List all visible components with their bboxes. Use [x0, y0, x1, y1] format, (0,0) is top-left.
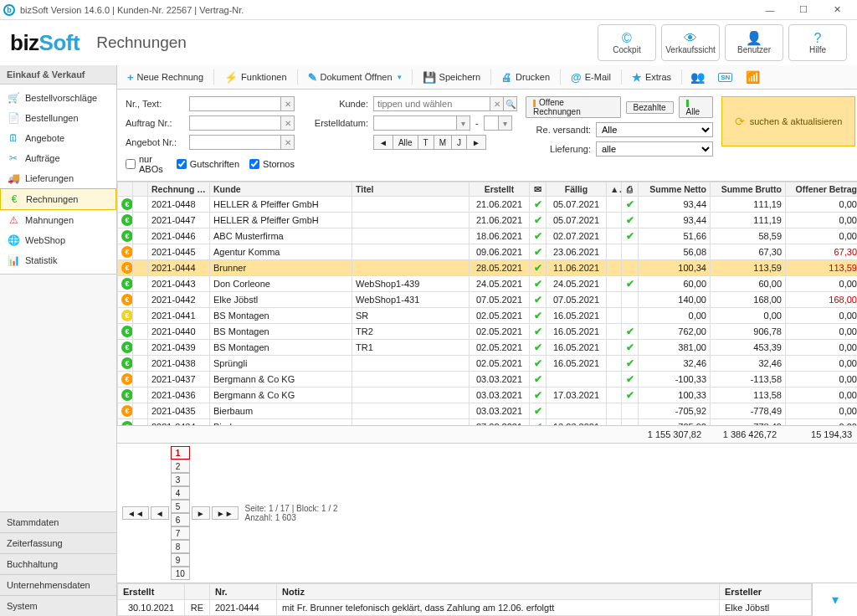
col-header[interactable]: ▲	[607, 182, 622, 197]
table-row[interactable]: €2021-0439BS MontagenTR102.05.2021✔16.05…	[118, 340, 858, 356]
date-range-T[interactable]: T	[418, 135, 434, 150]
note-col[interactable]: Ersteller	[720, 584, 812, 600]
table-row[interactable]: €2021-0445Agentur Komma09.06.2021✔23.06.…	[118, 244, 858, 260]
page-5[interactable]: 5	[171, 500, 190, 513]
storno-checkbox[interactable]	[249, 159, 259, 169]
email-button[interactable]: @E-Mail	[564, 68, 618, 87]
clear-auftrag-button[interactable]: ✕	[281, 116, 295, 131]
stats-icon[interactable]: 📶	[741, 67, 765, 87]
date-range-Alle[interactable]: Alle	[393, 135, 418, 150]
sidebar-bottom-stammdaten[interactable]: Stammdaten	[0, 511, 116, 532]
date-range-◄[interactable]: ◄	[373, 135, 393, 150]
alle-pill[interactable]: Alle	[679, 96, 714, 118]
page-4[interactable]: 4	[171, 486, 190, 500]
erstelldatum-to-input[interactable]	[484, 116, 499, 131]
header-benutzer-button[interactable]: 👤Benutzer	[725, 24, 783, 61]
sidebar-item-rechnungen[interactable]: €Rechnungen	[0, 188, 116, 210]
clear-angebot-button[interactable]: ✕	[281, 135, 295, 150]
page-9[interactable]: 9	[171, 553, 190, 567]
table-row[interactable]: €2021-0446ABC Musterfirma18.06.2021✔02.0…	[118, 228, 858, 244]
table-row[interactable]: €2021-0441BS MontagenSR02.05.2021✔16.05.…	[118, 308, 858, 324]
pager-prev[interactable]: ◄	[151, 506, 169, 520]
kunde-search-button[interactable]: 🔍	[504, 96, 517, 111]
clear-kunde-button[interactable]: ✕	[490, 96, 504, 111]
sidebar-item-aufträge[interactable]: ✂Aufträge	[0, 148, 116, 168]
extras-button[interactable]: ★Extras	[625, 68, 678, 87]
note-row[interactable]: 30.10.2021 RE 2021-0444 mit Fr. Brunner …	[118, 600, 812, 616]
sidebar-section-title[interactable]: Einkauf & Verkauf	[0, 65, 116, 85]
col-header[interactable]: Fällig	[547, 182, 607, 197]
col-header[interactable]: Summe Netto	[639, 182, 711, 197]
table-row[interactable]: €2021-0447HELLER & Pfeiffer GmbH21.06.20…	[118, 213, 858, 228]
lieferung-select[interactable]: alle	[596, 141, 713, 157]
col-header[interactable]: Offener Betrag	[786, 182, 858, 197]
kunde-input[interactable]	[373, 96, 490, 111]
date-to-dd[interactable]: ▾	[499, 116, 512, 131]
minimize-button[interactable]: —	[753, 1, 787, 19]
sidebar-item-webshop[interactable]: 🌐WebShop	[0, 230, 116, 250]
gutschrift-checkbox[interactable]	[177, 159, 187, 169]
bezahlte-pill[interactable]: Bezahlte	[626, 101, 674, 114]
clear-nr-button[interactable]: ✕	[281, 96, 295, 111]
sidebar-bottom-system[interactable]: System	[0, 595, 116, 616]
sidebar-item-statistik[interactable]: 📊Statistik	[0, 250, 116, 270]
page-6[interactable]: 6	[171, 513, 190, 526]
angebot-input[interactable]	[189, 135, 281, 150]
people-icon[interactable]: 👥	[685, 67, 710, 87]
page-1[interactable]: 1	[171, 446, 190, 459]
col-header[interactable]	[133, 182, 148, 197]
table-row[interactable]: €2021-0438Sprüngli02.05.2021✔16.05.2021✔…	[118, 356, 858, 372]
page-10[interactable]: 10	[171, 567, 190, 580]
pager-last[interactable]: ►►	[212, 506, 239, 520]
pager-next[interactable]: ►	[192, 506, 210, 520]
table-row[interactable]: €2021-0444Brunner28.05.2021✔11.06.202110…	[118, 260, 858, 276]
invoices-grid[interactable]: Rechnung Nr.KundeTitelErstellt✉Fällig▲⎙S…	[117, 182, 857, 425]
sidebar-bottom-unternehmensdaten[interactable]: Unternehmensdaten	[0, 574, 116, 595]
sidebar-item-lieferungen[interactable]: 🚚Lieferungen	[0, 168, 116, 188]
col-header[interactable]: Summe Brutto	[711, 182, 786, 197]
table-row[interactable]: €2021-0440BS MontagenTR202.05.2021✔16.05…	[118, 324, 858, 340]
table-row[interactable]: €2021-0448HELLER & Pfeiffer GmbH21.06.20…	[118, 197, 858, 213]
search-button[interactable]: ⟳suchen & aktualisieren	[721, 96, 855, 146]
print-button[interactable]: 🖨Drucken	[495, 68, 557, 87]
header-cockpit-button[interactable]: ©Cockpit	[598, 24, 656, 61]
maximize-button[interactable]: ☐	[787, 1, 820, 19]
note-col[interactable]	[185, 584, 210, 600]
sidebar-item-angebote[interactable]: 🗓Angebote	[0, 128, 116, 148]
header-verkaufssicht-button[interactable]: 👁Verkaufssicht	[661, 24, 720, 61]
col-header[interactable]: ✉	[530, 182, 547, 197]
functions-button[interactable]: ⚡Funktionen	[218, 68, 293, 87]
date-range-►[interactable]: ►	[467, 135, 486, 150]
note-col[interactable]: Notiz	[277, 584, 720, 600]
new-invoice-button[interactable]: +Neue Rechnung	[121, 68, 210, 87]
abo-checkbox[interactable]	[126, 159, 136, 169]
date-range-J[interactable]: J	[452, 135, 467, 150]
serial-icon[interactable]: SN	[713, 69, 737, 85]
offene-pill[interactable]: Offene Rechnungen	[526, 96, 621, 118]
table-row[interactable]: €2021-0442Elke JöbstlWebShop1-43107.05.2…	[118, 292, 858, 308]
table-row[interactable]: €2021-0435Bierbaum03.03.2021✔-705,92-778…	[118, 403, 858, 419]
save-button[interactable]: 💾Speichern	[416, 68, 488, 87]
page-2[interactable]: 2	[171, 459, 190, 473]
sidebar-item-bestellvorschläge[interactable]: 🛒Bestellvorschläge	[0, 88, 116, 108]
col-header[interactable]	[118, 182, 133, 197]
col-header[interactable]: Kunde	[210, 182, 352, 197]
date-from-dd[interactable]: ▾	[457, 116, 470, 131]
pager-first[interactable]: ◄◄	[122, 506, 149, 520]
sidebar-item-mahnungen[interactable]: ⚠Mahnungen	[0, 210, 116, 230]
table-row[interactable]: €2021-0436Bergmann & Co KG03.03.2021✔17.…	[118, 388, 858, 403]
header-hilfe-button[interactable]: ?Hilfe	[788, 24, 847, 61]
notes-expand-button[interactable]: ▾	[812, 583, 857, 616]
col-header[interactable]: Rechnung Nr.	[148, 182, 210, 197]
erstelldatum-from-input[interactable]	[373, 116, 457, 131]
auftrag-input[interactable]	[189, 116, 281, 131]
sidebar-bottom-zeiterfassung[interactable]: Zeiterfassung	[0, 532, 116, 553]
table-row[interactable]: €2021-0437Bergmann & Co KG03.03.2021✔✔-1…	[118, 372, 858, 388]
sidebar-bottom-buchhaltung[interactable]: Buchhaltung	[0, 553, 116, 574]
page-7[interactable]: 7	[171, 526, 190, 540]
close-button[interactable]: ✕	[820, 1, 854, 19]
col-header[interactable]: Titel	[352, 182, 470, 197]
note-col[interactable]: Erstellt	[118, 584, 185, 600]
col-header[interactable]: Erstellt	[470, 182, 530, 197]
nr-text-input[interactable]	[189, 96, 281, 111]
